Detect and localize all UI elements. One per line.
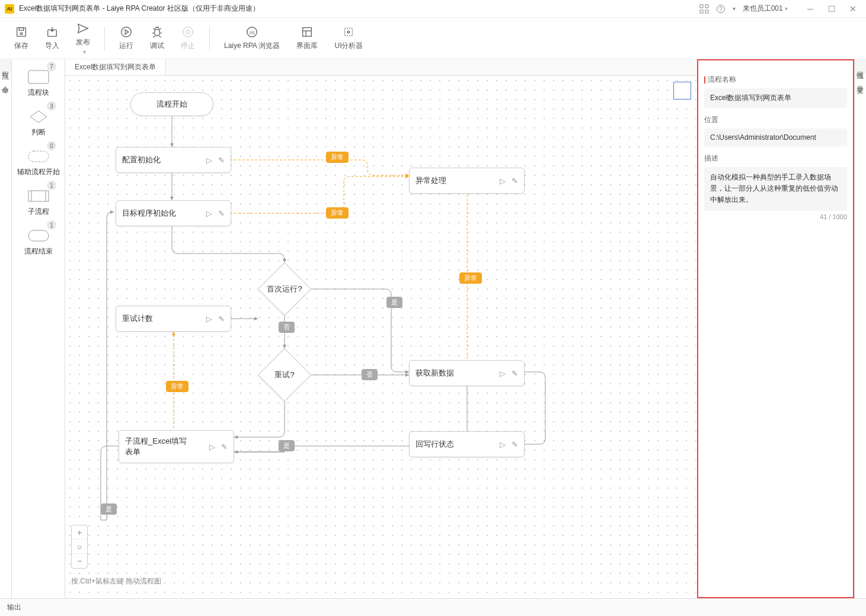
palette-end[interactable]: 1 流程结束 xyxy=(12,223,65,262)
svg-rect-27 xyxy=(28,230,49,241)
label-no: 否 xyxy=(362,369,378,380)
label-exception: 异常 xyxy=(326,207,349,219)
zoom-controls: + ○ − xyxy=(71,525,88,569)
svg-rect-13 xyxy=(186,30,190,34)
canvas-hint: 按 Ctrl+鼠标左键 拖动流程图 xyxy=(71,576,161,586)
label-yes: 是 xyxy=(279,440,295,451)
svg-marker-22 xyxy=(30,111,47,123)
main-area: 流程 命令 7 流程块 3 判断 0 辅助流程开始 1 子流程 1 流程结束 xyxy=(0,59,866,598)
svg-point-20 xyxy=(348,31,350,33)
zoom-out-button[interactable]: − xyxy=(72,554,87,568)
document-tab[interactable]: Excel数据填写到网页表单 xyxy=(65,59,166,75)
play-icon[interactable]: ▷ xyxy=(500,369,506,378)
uilib-button[interactable]: 界面库 xyxy=(289,23,325,53)
edit-icon[interactable]: ✎ xyxy=(218,156,225,165)
palette-block[interactable]: 7 流程块 xyxy=(12,64,65,104)
node-get-data[interactable]: 获取新数据▷✎ xyxy=(409,360,525,386)
edit-icon[interactable]: ✎ xyxy=(512,440,518,449)
node-subflow-fill[interactable]: 子流程_Excel填写表单▷✎ xyxy=(119,430,234,463)
svg-rect-21 xyxy=(28,70,49,84)
palette-subflow[interactable]: 1 子流程 xyxy=(12,183,65,223)
input-path[interactable]: C:\Users\Administrator\Document xyxy=(704,129,847,146)
label-desc: 描述 xyxy=(704,153,847,163)
edit-icon[interactable]: ✎ xyxy=(221,442,228,451)
play-icon[interactable]: ▷ xyxy=(206,315,212,323)
close-button[interactable]: ✕ xyxy=(845,3,861,15)
edit-icon[interactable]: ✎ xyxy=(512,369,518,378)
node-target-init[interactable]: 目标程序初始化▷✎ xyxy=(116,200,231,226)
label-exception: 异常 xyxy=(326,152,349,163)
svg-rect-3 xyxy=(705,10,708,13)
play-icon[interactable]: ▷ xyxy=(209,442,215,451)
tab-commands[interactable]: 命令 xyxy=(0,73,11,88)
import-button[interactable]: 导入 xyxy=(38,23,66,53)
save-button[interactable]: 保存 xyxy=(7,23,36,53)
svg-point-11 xyxy=(154,29,159,36)
play-icon[interactable]: ▷ xyxy=(206,156,212,165)
char-count: 41 / 1000 xyxy=(704,213,847,220)
browser-button[interactable]: AILaiye RPA 浏览器 xyxy=(217,23,287,53)
svg-point-12 xyxy=(183,27,193,37)
publish-button[interactable]: 发布▾ xyxy=(69,20,97,57)
label-exception: 异常 xyxy=(166,381,188,392)
svg-point-10 xyxy=(122,27,132,37)
node-retry-count[interactable]: 重试计数▷✎ xyxy=(116,306,231,332)
node-config-init[interactable]: 配置初始化▷✎ xyxy=(116,147,231,173)
minimap[interactable] xyxy=(673,82,691,100)
right-tabs: 属性 变量 xyxy=(854,59,866,598)
run-button[interactable]: 运行 xyxy=(112,23,140,53)
label-path: 位置 xyxy=(704,115,847,125)
svg-rect-0 xyxy=(700,5,703,8)
help-icon[interactable]: ? xyxy=(716,4,726,14)
left-tabs: 流程 命令 xyxy=(0,59,12,598)
svg-rect-23 xyxy=(28,151,49,162)
output-bar[interactable]: 输出 xyxy=(0,598,866,616)
input-name[interactable]: Excel数据填写到网页表单 xyxy=(704,88,847,108)
edit-icon[interactable]: ✎ xyxy=(218,209,225,218)
palette: 7 流程块 3 判断 0 辅助流程开始 1 子流程 1 流程结束 xyxy=(12,59,65,598)
zoom-reset-button[interactable]: ○ xyxy=(72,540,87,554)
tab-variables[interactable]: 变量 xyxy=(855,73,866,88)
debug-button[interactable]: 调试 xyxy=(143,23,171,53)
document-tabs: Excel数据填写到网页表单 xyxy=(65,59,697,76)
svg-rect-7 xyxy=(19,28,23,31)
maximize-button[interactable]: ☐ xyxy=(823,3,840,15)
edit-icon[interactable]: ✎ xyxy=(218,315,225,323)
user-dropdown[interactable]: 来也员工001 ▾ xyxy=(743,4,788,14)
node-write-status[interactable]: 回写行状态▷✎ xyxy=(409,431,525,457)
input-desc[interactable]: 自动化模拟一种典型的手工录入数据场景，让一部分人从这种重复的低价值劳动中解放出来… xyxy=(704,167,847,211)
svg-rect-1 xyxy=(705,5,708,8)
label-yes: 是 xyxy=(386,297,402,308)
stop-button[interactable]: 停止 xyxy=(174,23,202,53)
node-first-run[interactable]: 首次运行? xyxy=(258,262,311,316)
tab-properties[interactable]: 属性 xyxy=(855,59,866,73)
app-icon: AI xyxy=(5,4,14,14)
window-title: Excel数据填写到网页表单 - Laiye RPA Creator 社区版（仅… xyxy=(19,4,699,14)
apps-icon[interactable] xyxy=(699,4,709,14)
play-icon[interactable]: ▷ xyxy=(500,440,506,449)
flow-canvas[interactable]: 流程开始 配置初始化▷✎ 目标程序初始化▷✎ 首次运行? 重试计数▷✎ 重试? … xyxy=(65,76,697,598)
properties-panel: 流程名称 Excel数据填写到网页表单 位置 C:\Users\Administ… xyxy=(697,59,854,598)
svg-text:?: ? xyxy=(719,6,723,12)
minimize-button[interactable]: ─ xyxy=(802,3,819,15)
svg-text:AI: AI xyxy=(250,30,255,36)
label-name: 流程名称 xyxy=(704,75,847,85)
node-start[interactable]: 流程开始 xyxy=(130,92,213,116)
palette-substart[interactable]: 0 辅助流程开始 xyxy=(12,143,65,183)
palette-decision[interactable]: 3 判断 xyxy=(12,104,65,143)
node-retry[interactable]: 重试? xyxy=(258,348,311,402)
zoom-in-button[interactable]: + xyxy=(72,525,87,540)
analyzer-button[interactable]: UI分析器 xyxy=(327,23,370,53)
node-exception[interactable]: 异常处理▷✎ xyxy=(409,168,525,194)
toolbar: 保存 导入 发布▾ 运行 调试 停止 AILaiye RPA 浏览器 界面库 U… xyxy=(0,18,866,59)
play-icon[interactable]: ▷ xyxy=(500,177,506,185)
tab-flow[interactable]: 流程 xyxy=(0,59,11,73)
titlebar: AI Excel数据填写到网页表单 - Laiye RPA Creator 社区… xyxy=(0,0,866,18)
label-yes: 是 xyxy=(101,503,117,515)
edit-icon[interactable]: ✎ xyxy=(512,177,518,185)
label-exception: 异常 xyxy=(459,272,482,284)
svg-rect-19 xyxy=(345,28,353,36)
svg-rect-16 xyxy=(303,28,312,37)
play-icon[interactable]: ▷ xyxy=(206,209,212,218)
canvas-wrap: Excel数据填写到网页表单 xyxy=(65,59,697,598)
